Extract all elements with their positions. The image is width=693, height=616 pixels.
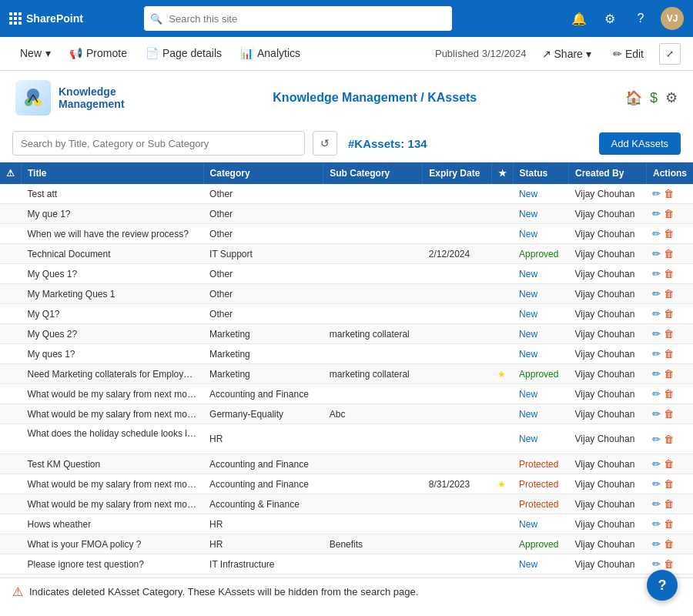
search-input[interactable]: [144, 6, 452, 31]
help-icon[interactable]: ?: [630, 8, 651, 29]
cell-subcategory: [323, 384, 423, 404]
add-kassets-button[interactable]: Add KAssets: [599, 132, 681, 155]
cell-created-by: Vijay Chouhan: [569, 364, 647, 384]
delete-row-button[interactable]: 🗑: [664, 368, 674, 380]
edit-row-button[interactable]: ✏: [652, 348, 661, 360]
delete-row-button[interactable]: 🗑: [664, 518, 674, 530]
delete-row-button[interactable]: 🗑: [664, 558, 674, 570]
published-info: Published 3/12/2024: [435, 48, 527, 59]
search-container: 🔍: [144, 6, 452, 31]
th-status[interactable]: Status: [513, 162, 568, 184]
cell-warning: [0, 284, 22, 304]
home-icon[interactable]: 🏠: [625, 89, 642, 106]
edit-row-button[interactable]: ✏: [652, 388, 661, 400]
edit-row-button[interactable]: ✏: [652, 538, 661, 550]
cell-category: Accounting and Finance: [203, 454, 323, 474]
th-created-by[interactable]: Created By: [569, 162, 647, 184]
cell-category: Other: [203, 304, 323, 324]
help-fab-button[interactable]: ?: [647, 570, 678, 601]
notifications-icon[interactable]: 🔔: [568, 8, 590, 29]
edit-row-button[interactable]: ✏: [652, 368, 661, 380]
delete-row-button[interactable]: 🗑: [664, 408, 674, 420]
cell-title: What would be my salary from next month …: [22, 494, 204, 514]
cell-category: Other: [203, 184, 323, 204]
cell-warning: [0, 474, 22, 494]
delete-row-button[interactable]: 🗑: [664, 388, 674, 400]
analytics-button[interactable]: 📊 Analytics: [233, 37, 308, 71]
share-button[interactable]: ↗ Share ▾: [536, 45, 598, 63]
waffle-icon[interactable]: [9, 12, 22, 25]
edit-row-button[interactable]: ✏: [652, 478, 661, 490]
settings-icon[interactable]: ⚙: [599, 8, 621, 29]
delete-row-button[interactable]: 🗑: [664, 498, 674, 510]
dollar-icon[interactable]: $: [650, 90, 658, 106]
delete-row-button[interactable]: 🗑: [664, 348, 674, 360]
cell-warning: [0, 304, 22, 324]
table-row: My Ques 1? Other New Vijay Chouhan ✏ 🗑: [0, 264, 693, 284]
cell-created-by: Vijay Chouhan: [569, 404, 647, 424]
edit-row-button[interactable]: ✏: [652, 458, 661, 470]
page-details-button[interactable]: 📄 Page details: [138, 37, 229, 71]
delete-row-button[interactable]: 🗑: [664, 434, 674, 445]
promote-button[interactable]: 📢 Promote: [62, 37, 135, 71]
cell-subcategory: [323, 244, 423, 264]
edit-row-button[interactable]: ✏: [652, 268, 661, 280]
edit-row-button[interactable]: ✏: [652, 288, 661, 300]
page-actions-right: Published 3/12/2024 ↗ Share ▾ ✏ Edit ⤢: [435, 43, 681, 65]
th-star[interactable]: ★: [491, 162, 513, 184]
delete-row-button[interactable]: 🗑: [664, 208, 674, 219]
app-logo[interactable]: SharePoint: [9, 12, 83, 25]
delete-row-button[interactable]: 🗑: [664, 478, 674, 490]
edit-row-button[interactable]: ✏: [652, 228, 661, 239]
delete-row-button[interactable]: 🗑: [664, 248, 674, 259]
delete-row-button[interactable]: 🗑: [664, 288, 674, 300]
app-name: SharePoint: [26, 12, 83, 25]
th-category[interactable]: Category: [203, 162, 323, 184]
edit-row-button[interactable]: ✏: [652, 188, 661, 199]
delete-row-button[interactable]: 🗑: [664, 308, 674, 320]
page-details-label: Page details: [162, 47, 222, 59]
new-button[interactable]: New ▾: [12, 37, 59, 71]
edit-row-button[interactable]: ✏: [652, 408, 661, 420]
cell-expiry: [423, 454, 491, 474]
edit-button[interactable]: ✏ Edit: [607, 45, 650, 63]
edit-row-button[interactable]: ✏: [652, 518, 661, 530]
delete-row-button[interactable]: 🗑: [664, 458, 674, 470]
cell-expiry: [423, 494, 491, 514]
cell-created-by: Vijay Chouhan: [569, 324, 647, 344]
edit-row-button[interactable]: ✏: [652, 308, 661, 320]
assets-search-input[interactable]: [12, 131, 305, 156]
edit-row-button[interactable]: ✏: [652, 434, 661, 445]
cell-expiry: [423, 404, 491, 424]
cell-warning: [0, 364, 22, 384]
collapse-button[interactable]: ⤢: [659, 43, 681, 65]
edit-row-button[interactable]: ✏: [652, 248, 661, 259]
avatar[interactable]: VJ: [661, 7, 684, 30]
delete-row-button[interactable]: 🗑: [664, 188, 674, 199]
delete-row-button[interactable]: 🗑: [664, 538, 674, 550]
delete-row-button[interactable]: 🗑: [664, 328, 674, 340]
th-expiry[interactable]: Expiry Date: [423, 162, 491, 184]
table-row: What does the holiday schedule looks lik…: [0, 424, 693, 454]
edit-row-button[interactable]: ✏: [652, 208, 661, 219]
cell-star: [491, 284, 513, 304]
cell-created-by: Vijay Chouhan: [569, 384, 647, 404]
settings-gear-icon[interactable]: ⚙: [665, 89, 678, 106]
cell-actions: ✏ 🗑: [646, 284, 693, 304]
edit-row-button[interactable]: ✏: [652, 328, 661, 340]
delete-row-button[interactable]: 🗑: [664, 228, 674, 239]
th-subcategory[interactable]: Sub Category: [323, 162, 423, 184]
cell-star: ★: [491, 364, 513, 384]
cell-title: Test att: [22, 184, 204, 204]
delete-row-button[interactable]: 🗑: [664, 268, 674, 280]
cell-warning: [0, 384, 22, 404]
refresh-button[interactable]: ↺: [313, 131, 337, 156]
cell-warning: [0, 554, 22, 574]
cell-title: What would be my salary from next month …: [22, 384, 204, 404]
th-title[interactable]: Title: [22, 162, 204, 184]
edit-row-button[interactable]: ✏: [652, 498, 661, 510]
table-row: My Marketing Ques 1 Other New Vijay Chou…: [0, 284, 693, 304]
edit-row-button[interactable]: ✏: [652, 558, 661, 570]
table-row: Technical Document IT Support 2/12/2024 …: [0, 244, 693, 264]
cell-expiry: [423, 284, 491, 304]
